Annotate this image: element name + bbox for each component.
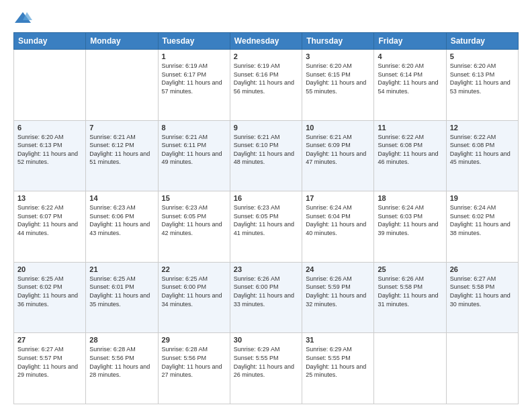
week-row-1: 1Sunrise: 6:19 AMSunset: 6:17 PMDaylight… [14, 50, 519, 121]
calendar-cell: 20Sunrise: 6:25 AMSunset: 6:02 PMDayligh… [14, 262, 86, 333]
day-number: 2 [234, 52, 298, 60]
day-number: 13 [17, 194, 82, 202]
day-number: 17 [306, 194, 370, 202]
week-row-4: 20Sunrise: 6:25 AMSunset: 6:02 PMDayligh… [14, 262, 519, 333]
day-number: 25 [378, 265, 442, 273]
calendar-cell: 12Sunrise: 6:22 AMSunset: 6:08 PMDayligh… [446, 120, 518, 191]
cell-info: Sunrise: 6:27 AMSunset: 5:58 PMDaylight:… [450, 275, 511, 308]
cell-info: Sunrise: 6:23 AMSunset: 6:05 PMDaylight:… [234, 204, 294, 236]
day-number: 29 [162, 336, 226, 344]
cell-info: Sunrise: 6:22 AMSunset: 6:08 PMDaylight:… [378, 134, 438, 166]
calendar-cell: 25Sunrise: 6:26 AMSunset: 5:58 PMDayligh… [374, 262, 446, 333]
calendar-cell: 30Sunrise: 6:29 AMSunset: 5:55 PMDayligh… [230, 333, 302, 404]
cell-info: Sunrise: 6:24 AMSunset: 6:02 PMDaylight:… [450, 204, 511, 236]
cell-info: Sunrise: 6:20 AMSunset: 6:13 PMDaylight:… [17, 134, 78, 166]
cell-info: Sunrise: 6:26 AMSunset: 6:00 PMDaylight:… [234, 275, 294, 308]
calendar-cell: 18Sunrise: 6:24 AMSunset: 6:03 PMDayligh… [374, 191, 446, 263]
cell-info: Sunrise: 6:26 AMSunset: 5:59 PMDaylight:… [306, 275, 366, 308]
day-header-friday: Friday [374, 33, 446, 50]
day-number: 6 [17, 124, 82, 132]
week-row-2: 6Sunrise: 6:20 AMSunset: 6:13 PMDaylight… [14, 120, 519, 191]
calendar-cell: 17Sunrise: 6:24 AMSunset: 6:04 PMDayligh… [302, 191, 374, 263]
calendar-cell: 2Sunrise: 6:19 AMSunset: 6:16 PMDaylight… [230, 50, 302, 121]
calendar-page: SundayMondayTuesdayWednesdayThursdayFrid… [0, 0, 532, 411]
day-number: 19 [450, 194, 515, 202]
cell-info: Sunrise: 6:23 AMSunset: 6:06 PMDaylight:… [89, 204, 150, 236]
cell-info: Sunrise: 6:23 AMSunset: 6:05 PMDaylight:… [162, 204, 222, 236]
day-number: 30 [234, 336, 298, 344]
calendar-cell: 1Sunrise: 6:19 AMSunset: 6:17 PMDaylight… [158, 50, 230, 121]
cell-info: Sunrise: 6:28 AMSunset: 5:56 PMDaylight:… [162, 346, 222, 378]
calendar-cell: 28Sunrise: 6:28 AMSunset: 5:56 PMDayligh… [86, 333, 158, 404]
day-number: 16 [234, 194, 298, 202]
cell-info: Sunrise: 6:19 AMSunset: 6:16 PMDaylight:… [234, 62, 294, 95]
day-number: 9 [234, 124, 298, 132]
cell-info: Sunrise: 6:21 AMSunset: 6:09 PMDaylight:… [306, 134, 366, 166]
cell-info: Sunrise: 6:29 AMSunset: 5:55 PMDaylight:… [234, 346, 294, 378]
day-number: 28 [89, 336, 154, 344]
cell-info: Sunrise: 6:28 AMSunset: 5:56 PMDaylight:… [89, 346, 150, 378]
calendar-cell [86, 50, 158, 121]
day-number: 15 [162, 194, 226, 202]
header-row: SundayMondayTuesdayWednesdayThursdayFrid… [14, 33, 519, 50]
day-header-monday: Monday [86, 33, 158, 50]
day-number: 5 [450, 52, 515, 60]
calendar-cell: 27Sunrise: 6:27 AMSunset: 5:57 PMDayligh… [14, 333, 86, 404]
calendar-cell: 29Sunrise: 6:28 AMSunset: 5:56 PMDayligh… [158, 333, 230, 404]
day-header-tuesday: Tuesday [158, 33, 230, 50]
calendar-cell: 3Sunrise: 6:20 AMSunset: 6:15 PMDaylight… [302, 50, 374, 121]
day-number: 27 [17, 336, 82, 344]
calendar-cell [446, 333, 518, 404]
calendar-cell: 19Sunrise: 6:24 AMSunset: 6:02 PMDayligh… [446, 191, 518, 263]
cell-info: Sunrise: 6:25 AMSunset: 6:01 PMDaylight:… [89, 275, 150, 308]
day-number: 23 [234, 265, 298, 273]
day-header-sunday: Sunday [14, 33, 86, 50]
cell-info: Sunrise: 6:19 AMSunset: 6:17 PMDaylight:… [162, 62, 222, 95]
calendar-cell: 13Sunrise: 6:22 AMSunset: 6:07 PMDayligh… [14, 191, 86, 263]
calendar-cell: 11Sunrise: 6:22 AMSunset: 6:08 PMDayligh… [374, 120, 446, 191]
day-number: 8 [162, 124, 226, 132]
day-number: 4 [378, 52, 442, 60]
calendar-table: SundayMondayTuesdayWednesdayThursdayFrid… [13, 32, 519, 404]
calendar-cell: 4Sunrise: 6:20 AMSunset: 6:14 PMDaylight… [374, 50, 446, 121]
cell-info: Sunrise: 6:20 AMSunset: 6:15 PMDaylight:… [306, 62, 366, 95]
calendar-cell: 15Sunrise: 6:23 AMSunset: 6:05 PMDayligh… [158, 191, 230, 263]
cell-info: Sunrise: 6:21 AMSunset: 6:11 PMDaylight:… [162, 134, 222, 166]
day-number: 22 [162, 265, 226, 273]
cell-info: Sunrise: 6:24 AMSunset: 6:03 PMDaylight:… [378, 204, 438, 236]
day-number: 3 [306, 52, 370, 60]
cell-info: Sunrise: 6:21 AMSunset: 6:10 PMDaylight:… [234, 134, 294, 166]
calendar-cell: 6Sunrise: 6:20 AMSunset: 6:13 PMDaylight… [14, 120, 86, 191]
day-number: 18 [378, 194, 442, 202]
cell-info: Sunrise: 6:24 AMSunset: 6:04 PMDaylight:… [306, 204, 366, 236]
day-header-thursday: Thursday [302, 33, 374, 50]
day-number: 31 [306, 336, 370, 344]
calendar-cell: 9Sunrise: 6:21 AMSunset: 6:10 PMDaylight… [230, 120, 302, 191]
calendar-cell [374, 333, 446, 404]
day-number: 11 [378, 124, 442, 132]
calendar-cell: 8Sunrise: 6:21 AMSunset: 6:11 PMDaylight… [158, 120, 230, 191]
day-number: 21 [89, 265, 154, 273]
day-number: 12 [450, 124, 515, 132]
cell-info: Sunrise: 6:25 AMSunset: 6:00 PMDaylight:… [162, 275, 222, 308]
day-header-saturday: Saturday [446, 33, 518, 50]
day-number: 1 [162, 52, 226, 60]
cell-info: Sunrise: 6:21 AMSunset: 6:12 PMDaylight:… [89, 134, 150, 166]
cell-info: Sunrise: 6:25 AMSunset: 6:02 PMDaylight:… [17, 275, 78, 308]
calendar-cell: 22Sunrise: 6:25 AMSunset: 6:00 PMDayligh… [158, 262, 230, 333]
week-row-5: 27Sunrise: 6:27 AMSunset: 5:57 PMDayligh… [14, 333, 519, 404]
cell-info: Sunrise: 6:22 AMSunset: 6:08 PMDaylight:… [450, 134, 511, 166]
cell-info: Sunrise: 6:20 AMSunset: 6:13 PMDaylight:… [450, 62, 511, 95]
calendar-cell: 24Sunrise: 6:26 AMSunset: 5:59 PMDayligh… [302, 262, 374, 333]
calendar-cell: 23Sunrise: 6:26 AMSunset: 6:00 PMDayligh… [230, 262, 302, 333]
cell-info: Sunrise: 6:29 AMSunset: 5:55 PMDaylight:… [306, 346, 366, 378]
header [13, 11, 519, 26]
day-number: 20 [17, 265, 82, 273]
day-number: 7 [89, 124, 154, 132]
calendar-cell: 7Sunrise: 6:21 AMSunset: 6:12 PMDaylight… [86, 120, 158, 191]
calendar-cell: 26Sunrise: 6:27 AMSunset: 5:58 PMDayligh… [446, 262, 518, 333]
calendar-cell: 14Sunrise: 6:23 AMSunset: 6:06 PMDayligh… [86, 191, 158, 263]
day-number: 14 [89, 194, 154, 202]
cell-info: Sunrise: 6:26 AMSunset: 5:58 PMDaylight:… [378, 275, 438, 308]
day-header-wednesday: Wednesday [230, 33, 302, 50]
